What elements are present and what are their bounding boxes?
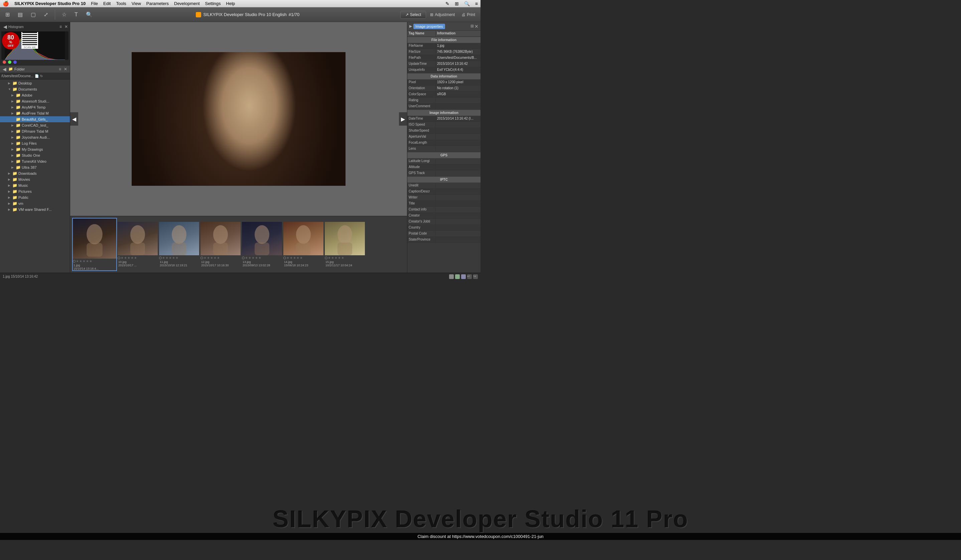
folder-tree-item[interactable]: 📁Beautiful_Girls_: [0, 116, 70, 122]
menu-parameters[interactable]: Parameters: [146, 1, 169, 6]
image-nav-right[interactable]: ▶: [399, 112, 407, 126]
menu-development[interactable]: Development: [174, 1, 200, 6]
folder-tree-item[interactable]: ▶📁AnyMP4 Temp: [0, 104, 70, 110]
folder-nav-left[interactable]: ◀: [2, 66, 7, 72]
menu-file[interactable]: File: [91, 1, 98, 6]
rp-close-btn[interactable]: ✕: [474, 24, 479, 29]
system-icon-2[interactable]: ⊞: [455, 1, 459, 6]
grid-view-btn[interactable]: ⊞: [3, 10, 12, 19]
folder-close-btn[interactable]: ✕: [63, 67, 68, 72]
path-refresh-btn[interactable]: ↻: [40, 74, 43, 78]
histogram-close-btn[interactable]: ✕: [64, 24, 69, 29]
search-icon[interactable]: 🔍: [464, 1, 470, 6]
folder-tree-item[interactable]: ▼📁Documents: [0, 86, 70, 92]
rating-star: ★: [172, 256, 175, 260]
apple-menu[interactable]: 🍎: [3, 1, 9, 7]
path-browse-btn[interactable]: 📄: [35, 74, 39, 78]
thumbnail-item[interactable]: ★★★★★11.jpg2015/10/18 12:19:21: [159, 222, 199, 267]
histogram-menu-btn[interactable]: ≡: [59, 24, 63, 29]
folder-tree-item[interactable]: ▶📁Joyoshare Audi...: [0, 134, 70, 140]
folder-tree-label: vm: [18, 202, 23, 205]
menu-tools[interactable]: Tools: [116, 1, 126, 6]
detail-view-btn[interactable]: ▤: [15, 10, 26, 19]
rating-star: ★: [127, 256, 130, 260]
menu-edit[interactable]: Edit: [103, 1, 111, 6]
folder-tree-item[interactable]: ▶📁Downloads: [0, 170, 70, 177]
thumbnail-item[interactable]: ★★★★★12.jpg2015/10/17 10:16:30: [201, 222, 241, 267]
folder-icon: 📁: [12, 81, 18, 85]
menu-help[interactable]: Help: [226, 1, 235, 6]
thumbnail-stars: ★★★★★: [73, 258, 116, 264]
props-section-header: IPTC: [407, 177, 480, 183]
folder-tree-item[interactable]: ▶📁Desktop: [0, 80, 70, 86]
folder-tree-item[interactable]: ▶📁Ultra 387: [0, 164, 70, 170]
tree-arrow-icon: ▶: [11, 142, 15, 145]
redo-icon[interactable]: ↪: [473, 274, 478, 279]
folder-tree-item[interactable]: ▶📁Aiseesoft Studi...: [0, 98, 70, 104]
rating-circle: [242, 257, 244, 259]
rating-star: ★: [210, 256, 213, 260]
folder-tree-label: Log Files: [22, 141, 37, 145]
thumbnail-item[interactable]: ★★★★★10.jpg2015/10/17 ...: [117, 222, 158, 267]
props-row: Latitude Longi: [407, 158, 480, 164]
adjustment-button[interactable]: ⊞ Adjustment: [427, 11, 458, 18]
folder-tree-item[interactable]: ▶📁Public: [0, 194, 70, 201]
thumbnail-item[interactable]: ★★★★★15.jpg10/2/11/17 10:04:24: [325, 222, 365, 267]
label-btn[interactable]: T: [72, 10, 80, 19]
svg-point-9: [255, 225, 269, 244]
props-value: [436, 195, 480, 201]
folder-tree-label: AudFree Tidal M: [22, 111, 49, 115]
menu-view[interactable]: View: [132, 1, 141, 6]
folder-icon: 📁: [12, 189, 18, 194]
svg-point-13: [337, 225, 352, 244]
tree-arrow-icon: ▼: [8, 88, 11, 91]
folder-tree-item[interactable]: ▶📁My Drawings: [0, 146, 70, 152]
tree-arrow-icon: ▶: [11, 136, 15, 139]
props-key: Rating: [407, 98, 436, 103]
select-button[interactable]: ↗ Select: [400, 11, 426, 19]
folder-tree-item[interactable]: ▶📁vm: [0, 201, 70, 207]
thumbnail-date: 2015/10/17 10:16:30: [201, 264, 241, 267]
tag-name-header: Tag Name: [407, 31, 436, 37]
histogram-nav-left[interactable]: ◀: [3, 24, 8, 29]
folder-icon: 📁: [12, 183, 18, 188]
folder-tree-item[interactable]: ▶📁TunesKit Video: [0, 158, 70, 164]
image-nav-left[interactable]: ◀: [70, 112, 78, 126]
props-key: DateTime: [407, 116, 436, 122]
folder-tree-item[interactable]: ▶📁Movies: [0, 177, 70, 183]
folder-tree-item[interactable]: ▶📁DRmare Tidal M: [0, 128, 70, 134]
thumbnail-item[interactable]: ★★★★★1.jpg15/10/14 13:16:4...: [73, 218, 116, 270]
folder-tree-item[interactable]: ▶📁CorelCAD_test_: [0, 122, 70, 128]
folder-tree-item[interactable]: ▶📁AudFree Tidal M: [0, 110, 70, 116]
folder-tree-item[interactable]: ▶📁Studio One: [0, 152, 70, 158]
list-icon[interactable]: ≡: [475, 1, 478, 6]
rate-btn[interactable]: ☆: [59, 10, 69, 19]
single-view-btn[interactable]: ▢: [28, 10, 39, 19]
thumbnail-item[interactable]: ★★★★★13.jpg2015/09/13 13:02:28: [242, 222, 282, 267]
print-button[interactable]: 🖨 Print: [459, 11, 478, 18]
fullscreen-btn[interactable]: ⤢: [41, 10, 51, 19]
props-key: FilePath: [407, 55, 436, 61]
folder-tree-item[interactable]: ▶📁Log Files: [0, 140, 70, 146]
menu-settings[interactable]: Settings: [205, 1, 221, 6]
expand-icon[interactable]: ▶: [409, 24, 412, 29]
rp-expand-btn[interactable]: ⊞: [471, 24, 474, 29]
folder-tree-label: Beautiful_Girls_: [22, 117, 48, 121]
image-props-tab[interactable]: Image properties: [413, 24, 445, 29]
thumbnail-stars: ★★★★★: [325, 255, 365, 260]
rating-star: ★: [248, 256, 251, 260]
main-image: [132, 52, 346, 186]
system-icon-1[interactable]: ✎: [445, 1, 450, 6]
tree-arrow-icon: ▶: [11, 148, 15, 151]
rating-star: ★: [82, 259, 85, 263]
props-key: Lens: [407, 146, 436, 152]
loupe-btn[interactable]: 🔍: [83, 10, 95, 19]
undo-icon[interactable]: ↩: [467, 274, 472, 279]
folder-panel-actions: ≡ ✕: [58, 67, 68, 72]
folder-tree-item[interactable]: ▶📁Music: [0, 183, 70, 188]
folder-tree-item[interactable]: ▶📁Adobe: [0, 92, 70, 98]
folder-tree-item[interactable]: ▶📁Pictures: [0, 188, 70, 194]
thumbnail-item[interactable]: ★★★★★14.jpg15/06/18 10:24:23: [283, 222, 323, 267]
folder-tree-item[interactable]: ▶📁VM ware Shared F...: [0, 207, 70, 212]
folder-menu-btn[interactable]: ≡: [58, 67, 62, 72]
